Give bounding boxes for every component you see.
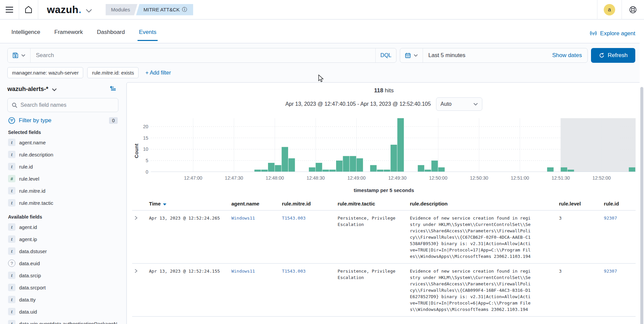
- index-pattern-selector[interactable]: wazuh-alerts-*: [7, 86, 48, 93]
- field-item-data.win.eventdata.authenticationPackageName[interactable]: tdata.win.eventdata.authenticationPackag…: [7, 318, 118, 324]
- tab-events[interactable]: Events: [136, 29, 159, 43]
- field-item-agent.id[interactable]: tagent.id: [7, 221, 118, 233]
- histogram-bar[interactable]: [343, 156, 349, 172]
- x-tick-label: 12:48:30: [299, 175, 332, 181]
- sort-desc-icon[interactable]: [163, 203, 166, 205]
- field-item-data.srcip[interactable]: tdata.srcip: [7, 269, 118, 281]
- field-item-rule.id[interactable]: trule.id: [7, 160, 118, 173]
- field-item-rule.level[interactable]: #rule.level: [7, 173, 118, 185]
- info-icon[interactable]: ⓘ: [182, 6, 187, 13]
- histogram-bar[interactable]: [329, 170, 336, 172]
- field-item-agent.name[interactable]: tagent.name: [7, 136, 118, 148]
- field-item-data.srcport[interactable]: tdata.srcport: [7, 281, 118, 293]
- histogram-bar[interactable]: [384, 170, 390, 172]
- column-header-agent.name[interactable]: agent.name: [229, 198, 280, 211]
- interval-select[interactable]: Auto: [436, 97, 482, 111]
- x-axis-ticks: 12:47:0012:47:3012:48:0012:48:3012:49:00…: [151, 175, 636, 183]
- search-input[interactable]: [31, 48, 375, 62]
- chevron-down-icon[interactable]: [86, 9, 92, 13]
- histogram-bar[interactable]: [322, 170, 329, 172]
- expand-row-button[interactable]: [134, 268, 138, 275]
- x-tick-label: 12:51:00: [503, 175, 537, 181]
- mitre-id-link[interactable]: T1543.003: [282, 269, 306, 274]
- histogram-bar[interactable]: [431, 160, 438, 172]
- mitre-id-link[interactable]: T1543.003: [282, 216, 306, 221]
- field-item-rule.mitre.tactic[interactable]: trule.mitre.tactic: [7, 197, 118, 209]
- expand-row-button[interactable]: [134, 215, 138, 222]
- histogram-bar[interactable]: [418, 165, 424, 172]
- column-header-rule.mitre.tactic[interactable]: rule.mitre.tactic: [336, 198, 408, 211]
- string-type-icon: t: [8, 223, 15, 231]
- column-header-Time[interactable]: Time: [147, 198, 229, 211]
- field-item-data.euid[interactable]: ?data.euid: [7, 257, 118, 269]
- home-button[interactable]: [19, 0, 38, 19]
- column-header-rule.description[interactable]: rule.description: [408, 198, 557, 211]
- menu-button[interactable]: [0, 0, 19, 19]
- tab-intelligence[interactable]: Intelligence: [9, 29, 43, 43]
- query-language-button[interactable]: DQL: [375, 48, 396, 62]
- histogram-bar[interactable]: [547, 167, 553, 172]
- agent-link[interactable]: Windows11: [231, 269, 255, 274]
- histogram-bar[interactable]: [275, 165, 281, 172]
- histogram-bar[interactable]: [336, 160, 342, 172]
- histogram-bar[interactable]: [377, 170, 383, 172]
- filter-by-type-button[interactable]: Filter by type: [19, 117, 51, 124]
- chevron-down-icon[interactable]: [52, 88, 57, 91]
- column-header-rule.id[interactable]: rule.id: [602, 198, 636, 211]
- filter-chip[interactable]: rule.mitre.id: exists: [87, 67, 139, 78]
- breadcrumb-mitre-attack[interactable]: MITRE ATT&CK ⓘ: [136, 4, 193, 15]
- histogram-bar[interactable]: [254, 170, 261, 172]
- histogram-bar[interactable]: [261, 170, 268, 172]
- tab-framework[interactable]: Framework: [52, 29, 86, 43]
- tab-dashboard[interactable]: Dashboard: [94, 29, 127, 43]
- help-button[interactable]: [622, 0, 644, 19]
- field-item-data.uid[interactable]: tdata.uid: [7, 306, 118, 318]
- column-header-rule.level[interactable]: rule.level: [557, 198, 602, 211]
- histogram-bar[interactable]: [350, 156, 356, 172]
- calendar-button[interactable]: [400, 48, 423, 62]
- collapse-sidebar-button[interactable]: [110, 86, 116, 93]
- histogram-bar[interactable]: [390, 145, 397, 172]
- histogram-bar[interactable]: [425, 170, 431, 172]
- breadcrumb-modules[interactable]: Modules: [106, 4, 138, 15]
- field-search-input[interactable]: [20, 102, 114, 108]
- histogram-bar[interactable]: [309, 167, 315, 172]
- histogram-bar[interactable]: [370, 165, 376, 172]
- histogram-bar[interactable]: [629, 167, 635, 172]
- field-label: agent.name: [19, 139, 46, 146]
- saved-queries-button[interactable]: [8, 48, 31, 62]
- field-item-data.dstuser[interactable]: tdata.dstuser: [7, 245, 118, 257]
- histogram-bar[interactable]: [438, 167, 444, 172]
- column-header-rule.mitre.id[interactable]: rule.mitre.id: [280, 198, 336, 211]
- rule-id-link[interactable]: 92307: [604, 216, 617, 221]
- filter-chip[interactable]: manager.name: wazuh-server: [7, 67, 83, 78]
- histogram-plot[interactable]: [151, 118, 636, 173]
- wazuh-logo[interactable]: wazuh.: [38, 4, 85, 15]
- histogram-bar[interactable]: [568, 170, 574, 172]
- tactic-cell: Persistence, Privilege Escalation: [336, 264, 408, 317]
- field-item-data.tty[interactable]: tdata.tty: [7, 293, 118, 306]
- refresh-button[interactable]: Refresh: [591, 48, 635, 63]
- scrollbar-track[interactable]: [640, 20, 644, 324]
- histogram-bar[interactable]: [316, 163, 322, 172]
- rule-id-link[interactable]: 92307: [604, 269, 617, 274]
- histogram-bar[interactable]: [397, 118, 404, 172]
- add-filter-button[interactable]: + Add filter: [145, 70, 171, 76]
- field-item-agent.ip[interactable]: tagent.ip: [7, 233, 118, 245]
- string-type-icon: t: [8, 272, 15, 279]
- histogram-bar[interactable]: [282, 147, 288, 172]
- show-dates-button[interactable]: Show dates: [547, 52, 587, 59]
- scrollbar-thumb[interactable]: [640, 87, 643, 324]
- agent-link[interactable]: Windows11: [231, 216, 255, 221]
- histogram-bar[interactable]: [561, 167, 567, 172]
- fields-sidebar: wazuh-alerts-* Filter by type 0 Selected…: [7, 82, 120, 324]
- time-range-value[interactable]: Last 5 minutes: [423, 52, 547, 59]
- field-item-rule.mitre.id[interactable]: trule.mitre.id: [7, 185, 118, 197]
- histogram-bar[interactable]: [268, 163, 274, 172]
- level-cell: 3: [557, 211, 602, 264]
- histogram-bar[interactable]: [357, 158, 363, 172]
- histogram-bar[interactable]: [288, 158, 295, 172]
- field-item-rule.description[interactable]: trule.description: [7, 148, 118, 160]
- user-avatar[interactable]: a: [604, 4, 615, 15]
- explore-agent-button[interactable]: Explore agent: [589, 30, 635, 43]
